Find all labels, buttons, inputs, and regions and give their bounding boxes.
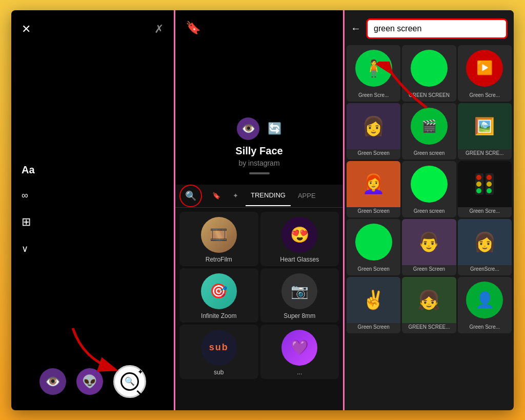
- result-name-14: Green Scre...: [468, 323, 502, 331]
- result-name-5: GREEN SCRE...: [463, 149, 506, 157]
- result-name-8: Green Scre...: [468, 207, 502, 215]
- face-icon-2[interactable]: 👽: [76, 368, 103, 395]
- effects-grid: 🎞️ RetroFilm 😍 Heart Glasses 🎯 Infinite …: [175, 208, 343, 383]
- search-tab[interactable]: 🔍: [179, 185, 202, 207]
- result-thumb-14: 👤: [458, 277, 512, 323]
- close-icon[interactable]: ✕: [22, 23, 31, 36]
- result-thumb-9: [347, 219, 400, 265]
- grid-tool[interactable]: ⊞: [22, 215, 35, 229]
- result-thumb-12: ✌️: [347, 277, 400, 323]
- result-item-9[interactable]: Green Screen: [347, 219, 400, 275]
- search-box[interactable]: green screen: [366, 18, 508, 39]
- infinity-tool[interactable]: ∞: [22, 190, 35, 201]
- effect-name-heartglasses: Heart Glasses: [280, 256, 319, 263]
- result-name-9: Green Screen: [356, 265, 392, 273]
- result-item-7[interactable]: Green screen: [402, 161, 456, 217]
- panel-left: ✕ ✗ Aa ∞ ⊞ ∨: [11, 10, 175, 410]
- search-magnifier-icon: 🔍: [120, 372, 139, 391]
- discover-tab[interactable]: ✦: [228, 186, 244, 206]
- result-name-11: GreenScre...: [468, 265, 501, 273]
- trending-tab[interactable]: TRENDING: [246, 185, 291, 206]
- bottom-bar: 👁️ 👽 🔍 ✦: [11, 365, 174, 398]
- purple-blob-icon: 💜: [281, 330, 317, 366]
- effect-name-super8mm: Super 8mm: [284, 312, 315, 319]
- panel-right: ← green screen 🧍: [345, 10, 514, 410]
- super8mm-icon: 📷: [281, 273, 317, 309]
- drag-handle[interactable]: [249, 172, 270, 174]
- result-thumb-7: [402, 161, 456, 207]
- top-icons: ✕ ✗: [11, 10, 174, 44]
- result-thumb-5: 🖼️: [458, 103, 512, 149]
- tab-bar: 🔍 🔖 ✦ TRENDING APPE: [175, 185, 343, 208]
- search-header: ← green screen: [345, 10, 514, 43]
- effect-title: Silly Face: [235, 145, 282, 157]
- red-arrow-right: [375, 62, 437, 113]
- result-thumb-11: 👩: [458, 219, 512, 265]
- face-icon-1[interactable]: 👁️: [39, 368, 66, 395]
- effect-item-heartglasses[interactable]: 😍 Heart Glasses: [260, 212, 339, 266]
- result-thumb-2: ▶️: [458, 45, 512, 91]
- result-name-3: Green Screen: [356, 149, 392, 157]
- result-name-10: Green Screen: [411, 265, 447, 273]
- effect-name-retrofilm: RetroFilm: [206, 256, 232, 263]
- screenshot-container: ✕ ✗ Aa ∞ ⊞ ∨: [11, 10, 514, 410]
- effect-name-sub: sub: [214, 369, 224, 376]
- chevron-tool[interactable]: ∨: [22, 243, 35, 254]
- heart-glasses-icon: 😍: [281, 217, 317, 253]
- result-thumb-8: [458, 161, 512, 207]
- search-icon: 🔍: [185, 190, 196, 202]
- text-tool[interactable]: Aa: [22, 164, 35, 176]
- result-item-6[interactable]: 👩‍🦰 Green Screen: [347, 161, 400, 217]
- infinite-zoom-icon: 🎯: [201, 273, 237, 309]
- result-thumb-13: 👧: [402, 277, 456, 323]
- result-name-6: Green Screen: [356, 207, 392, 215]
- sparkle-icon: ✦: [137, 368, 144, 376]
- result-name-12: Green Screen: [356, 323, 392, 331]
- bookmark-tab[interactable]: 🔖: [207, 186, 226, 206]
- back-button[interactable]: ←: [351, 23, 361, 34]
- effect-item-retrofilm[interactable]: 🎞️ RetroFilm: [179, 212, 258, 266]
- side-tools: Aa ∞ ⊞ ∨: [22, 164, 35, 254]
- result-item-11[interactable]: 👩 GreenScre...: [458, 219, 512, 275]
- result-name-4: Green screen: [412, 149, 447, 157]
- outer-wrapper: ✕ ✗ Aa ∞ ⊞ ∨: [0, 0, 525, 420]
- panel-mid: 🔖 👁️ 🔄 Silly Face by instagram 🔍: [175, 10, 345, 410]
- effect-subtitle: by instagram: [238, 159, 279, 167]
- preview-refresh-icon[interactable]: 🔄: [268, 117, 281, 140]
- result-item-10[interactable]: 👨 Green Screen: [402, 219, 456, 275]
- result-item-12[interactable]: ✌️ Green Screen: [347, 277, 400, 333]
- result-name-2: Green Scre...: [468, 91, 502, 99]
- preview-emoji-icon: 👁️: [237, 117, 259, 140]
- sub-icon: sub: [201, 330, 237, 366]
- result-name-13: GREEN SCREE...: [406, 323, 452, 331]
- effect-name-purpleblob: ...: [297, 369, 302, 376]
- effect-item-super8mm[interactable]: 📷 Super 8mm: [260, 268, 339, 323]
- effect-name-infinitezoom: Infinite Zoom: [201, 312, 236, 319]
- result-item-2[interactable]: ▶️ Green Scre...: [458, 45, 512, 102]
- result-item-14[interactable]: 👤 Green Scre...: [458, 277, 512, 333]
- result-thumb-10: 👨: [402, 219, 456, 265]
- result-name-7: Green screen: [412, 207, 447, 215]
- preview-icons-row: 👁️ 🔄: [237, 117, 281, 140]
- search-effects-button[interactable]: 🔍 ✦: [113, 365, 146, 398]
- appe-tab[interactable]: APPE: [293, 186, 321, 206]
- flash-off-icon[interactable]: ✗: [154, 23, 164, 36]
- effect-item-infinitezoom[interactable]: 🎯 Infinite Zoom: [179, 268, 258, 323]
- result-item-13[interactable]: 👧 GREEN SCREE...: [402, 277, 456, 333]
- effect-item-sub[interactable]: sub sub: [179, 325, 258, 379]
- effect-item-purpleblob[interactable]: 💜 ...: [260, 325, 339, 379]
- result-thumb-6: 👩‍🦰: [347, 161, 400, 207]
- result-item-8[interactable]: Green Scre...: [458, 161, 512, 217]
- retro-film-icon: 🎞️: [201, 217, 237, 253]
- result-item-5[interactable]: 🖼️ GREEN SCRE...: [458, 103, 512, 159]
- effect-preview-area: 🔖 👁️ 🔄 Silly Face by instagram: [175, 10, 343, 185]
- bookmark-icon[interactable]: 🔖: [186, 21, 201, 35]
